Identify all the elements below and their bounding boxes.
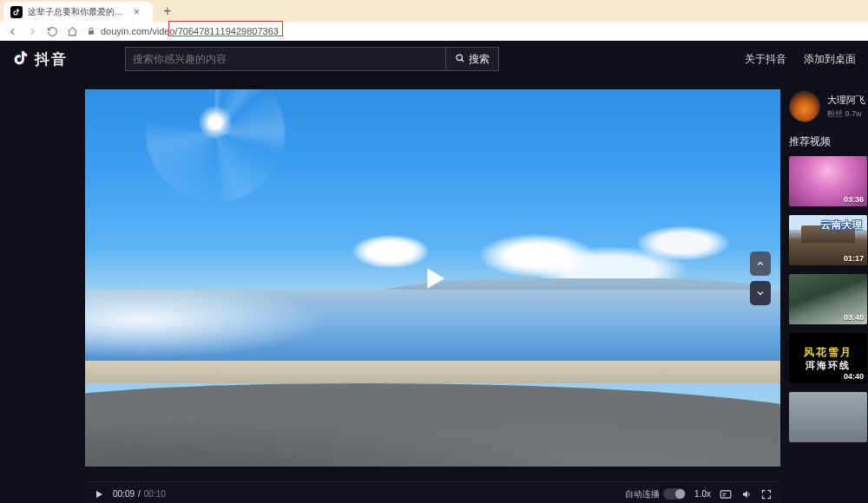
thumb-duration: 04:40	[844, 372, 864, 381]
recommend-item[interactable]: 风花雪月 洱海环线 04:40	[789, 333, 867, 383]
current-time: 00:09	[113, 489, 135, 499]
autoplay-toggle[interactable]	[663, 488, 686, 500]
prev-video-button[interactable]	[750, 252, 771, 276]
volume-icon[interactable]	[740, 489, 753, 500]
author-meta: 大理阿飞 粉丝 9.7w	[827, 94, 865, 120]
play-button-icon[interactable]	[94, 489, 104, 500]
add-to-desktop-link[interactable]: 添加到桌面	[804, 52, 856, 67]
nav-forward-icon[interactable]	[27, 26, 38, 37]
thumb-line1: 风花雪月	[789, 345, 867, 360]
search-bar: 搜索	[125, 47, 499, 71]
recommend-title: 推荐视频	[780, 124, 868, 156]
author-avatar[interactable]	[789, 91, 820, 122]
author-fans: 粉丝 9.7w	[827, 108, 865, 120]
search-button-label: 搜索	[469, 52, 490, 67]
nav-home-icon[interactable]	[67, 26, 78, 37]
recommend-item[interactable]: 云南大理 01:17	[789, 215, 867, 265]
new-tab-button[interactable]: +	[158, 2, 177, 21]
danmu-icon[interactable]	[720, 489, 732, 500]
video-frame[interactable]	[85, 89, 780, 467]
lock-icon	[87, 27, 95, 36]
thumb-overlay-text: 云南大理	[821, 219, 863, 232]
time-display: 00:09 / 00:10	[113, 489, 166, 499]
search-icon	[455, 53, 465, 66]
autoplay-toggle-group[interactable]: 自动连播	[625, 488, 686, 500]
search-input[interactable]	[133, 53, 438, 65]
recommend-list: 03:36 云南大理 01:17 03:48 风花雪月 洱海环线 04:40	[780, 156, 868, 442]
scene-sun	[198, 105, 233, 140]
address-bar-row: douyin.com/video/7064781119429807363	[0, 22, 868, 41]
browser-tab[interactable]: 这辈子总要和你最爱的人来看一 ×	[3, 2, 153, 23]
thumb-line2: 洱海环线	[789, 359, 867, 372]
douyin-app: 抖音 搜索 关于抖音 添加到桌面	[0, 41, 868, 503]
top-bar: 抖音 搜索 关于抖音 添加到桌面	[0, 41, 868, 77]
search-box[interactable]	[125, 47, 446, 71]
tab-favicon-douyin-icon	[10, 6, 23, 18]
tab-close-icon[interactable]: ×	[134, 6, 140, 18]
duration: 00:10	[144, 489, 166, 499]
speed-label[interactable]: 1.0x	[694, 489, 711, 499]
app-logo[interactable]: 抖音	[12, 49, 68, 69]
recommend-item[interactable]: 03:48	[789, 274, 867, 324]
top-right-links: 关于抖音 添加到桌面	[745, 52, 856, 67]
app-name: 抖音	[35, 49, 68, 69]
scene-beach	[85, 361, 780, 383]
douyin-logo-icon	[12, 49, 30, 69]
player-controls: 00:09 / 00:10 自动连播 1.0x	[85, 481, 780, 503]
play-overlay-icon[interactable]	[416, 261, 450, 296]
video-player: 00:09 / 00:10 自动连播 1.0x	[85, 89, 780, 503]
author-name: 大理阿飞	[827, 94, 865, 107]
address-bar[interactable]: douyin.com/video/7064781119429807363	[87, 26, 861, 36]
thumb-duration: 03:48	[844, 313, 864, 322]
search-button[interactable]: 搜索	[446, 47, 499, 71]
author-card[interactable]: 大理阿飞 粉丝 9.7w	[780, 89, 868, 124]
browser-chrome: 这辈子总要和你最爱的人来看一 × + douyin.com/video/7064…	[0, 0, 868, 41]
next-video-button[interactable]	[750, 281, 771, 305]
tab-title: 这辈子总要和你最爱的人来看一	[28, 6, 123, 18]
nav-back-icon[interactable]	[7, 26, 18, 37]
thumb-duration: 03:36	[844, 195, 864, 204]
recommend-item[interactable]: 03:36	[789, 156, 867, 206]
scene-sea	[85, 290, 780, 365]
recommend-item[interactable]	[789, 392, 867, 442]
autoplay-label: 自动连播	[625, 488, 660, 500]
scene-road	[85, 383, 780, 467]
thumb-duration: 01:17	[844, 254, 864, 263]
fullscreen-icon[interactable]	[761, 489, 772, 500]
url-text: douyin.com/video/7064781119429807363	[101, 26, 279, 36]
nav-reload-icon[interactable]	[47, 26, 58, 37]
main-area: 00:09 / 00:10 自动连播 1.0x	[0, 77, 868, 503]
tab-bar: 这辈子总要和你最爱的人来看一 × +	[0, 0, 868, 22]
about-link[interactable]: 关于抖音	[745, 52, 786, 67]
video-nav-arrows	[750, 252, 771, 305]
right-sidebar: 大理阿飞 粉丝 9.7w 推荐视频 03:36 云南大理 01:17 03:48	[780, 77, 868, 503]
